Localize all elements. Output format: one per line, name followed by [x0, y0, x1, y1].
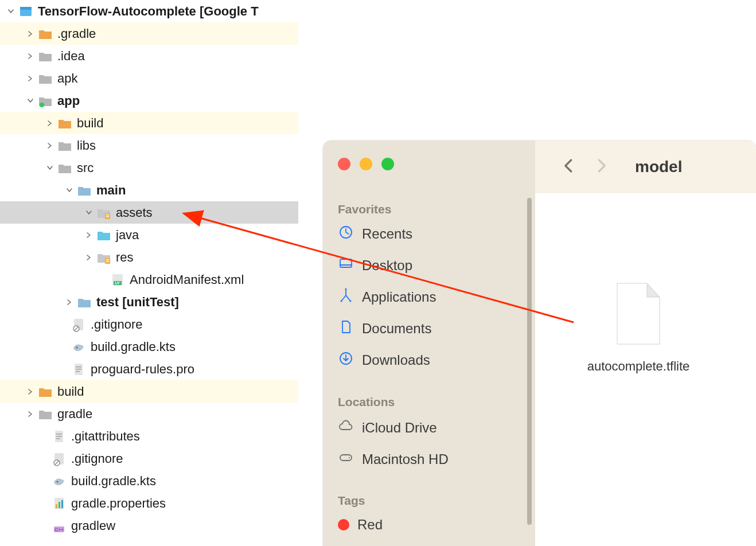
chevron-right-icon[interactable] — [25, 73, 36, 84]
chevron-down-icon[interactable] — [64, 185, 75, 196]
tree-item[interactable]: MFAndroidManifest.xml — [0, 268, 298, 291]
tree-item[interactable]: build — [0, 112, 298, 134]
sidebar-item[interactable]: iCloud Drive — [338, 418, 437, 438]
manifest-icon: MF — [110, 272, 125, 287]
gradle-kts-icon — [71, 340, 86, 354]
tree-item[interactable]: test [unitTest] — [0, 291, 298, 313]
finder-window: Favorites RecentsDesktopApplicationsDocu… — [323, 141, 756, 546]
tree-item[interactable]: proguard-rules.pro — [0, 358, 298, 380]
svg-rect-22 — [56, 436, 62, 436]
tree-item-label: libs — [77, 138, 96, 153]
tree-item[interactable]: build — [0, 380, 298, 403]
chevron-down-icon[interactable] — [45, 163, 55, 173]
tree-item[interactable]: assets — [0, 201, 298, 224]
tree-item-label: build — [57, 384, 84, 399]
tree-item[interactable]: .gitignore — [0, 313, 298, 336]
tree-item-label: main — [96, 183, 126, 198]
folder-blue-icon — [77, 183, 92, 198]
chevron-down-icon[interactable] — [6, 6, 16, 17]
tree-item[interactable]: .gradle — [0, 22, 298, 45]
chevron-right-icon[interactable] — [84, 252, 94, 263]
chevron-right-icon[interactable] — [45, 118, 55, 128]
tree-item[interactable]: build.gradle.kts — [0, 470, 298, 492]
chevron-right-icon[interactable] — [64, 297, 75, 307]
disk-icon — [338, 450, 354, 469]
window-traffic-lights[interactable] — [338, 158, 394, 170]
tree-item-label: .gitignore — [91, 317, 143, 332]
sidebar-item-label: Macintosh HD — [362, 451, 449, 467]
sidebar-item[interactable]: Macintosh HD — [338, 450, 449, 469]
svg-rect-23 — [56, 438, 60, 439]
text-icon — [52, 429, 67, 444]
tree-item[interactable]: main — [0, 179, 298, 201]
chevron-right-icon[interactable] — [84, 230, 94, 240]
tree-item[interactable]: .gitattributes — [0, 425, 298, 447]
chevron-right-icon[interactable] — [25, 387, 36, 397]
tree-item[interactable]: res — [0, 246, 298, 268]
sidebar-item[interactable]: Documents — [338, 319, 431, 338]
tree-item-label: apk — [57, 71, 77, 86]
forward-button[interactable] — [593, 157, 610, 177]
tree-item[interactable]: TensorFlow-Autocomplete [Google T — [0, 0, 298, 22]
chevron-right-icon[interactable] — [25, 51, 36, 61]
tree-item[interactable]: C++gradlew — [0, 514, 298, 537]
tree-item[interactable]: libs — [0, 134, 298, 157]
text-icon — [71, 362, 86, 377]
gradle-props-icon — [52, 496, 67, 511]
chevron-right-icon[interactable] — [25, 29, 36, 39]
sidebar-item[interactable]: Recents — [338, 224, 412, 244]
tree-item[interactable]: build.gradle.kts — [0, 336, 298, 358]
folder-cyan-icon — [96, 228, 111, 243]
chevron-right-icon[interactable] — [45, 141, 55, 151]
svg-rect-5 — [106, 216, 109, 217]
minimize-icon[interactable] — [360, 158, 372, 170]
cloud-icon — [338, 418, 354, 438]
tree-item[interactable]: gradle.properties — [0, 492, 298, 514]
tree-item-label: .gitignore — [71, 451, 123, 466]
tree-item[interactable]: .idea — [0, 45, 298, 67]
tree-item[interactable]: java — [0, 224, 298, 246]
svg-rect-17 — [76, 366, 81, 367]
tag-dot-icon — [338, 519, 349, 531]
tree-item-label: AndroidManifest.xml — [130, 272, 244, 287]
tree-item[interactable]: app — [0, 89, 298, 112]
tree-item-label: test [unitTest] — [96, 295, 179, 310]
module-icon — [18, 4, 33, 19]
tree-item[interactable]: src — [0, 157, 298, 179]
tree-item-label: TensorFlow-Autocomplete [Google T — [38, 4, 259, 19]
finder-title: model — [635, 158, 682, 176]
chevron-down-icon[interactable] — [84, 208, 94, 218]
svg-rect-29 — [56, 504, 57, 508]
tree-item[interactable]: gradle — [0, 403, 298, 425]
tree-item-label: java — [116, 228, 139, 243]
svg-rect-30 — [59, 502, 60, 508]
maximize-icon[interactable] — [381, 158, 394, 170]
folder-gray-icon — [38, 71, 53, 86]
tree-item-label: proguard-rules.pro — [91, 362, 194, 377]
folder-orange-icon — [38, 26, 53, 41]
sidebar-item[interactable]: Desktop — [338, 256, 412, 275]
sidebar-item[interactable]: Downloads — [338, 350, 430, 370]
chevron-right-icon[interactable] — [25, 409, 36, 419]
chevron-down-icon[interactable] — [25, 96, 36, 106]
tree-item-label: assets — [116, 205, 153, 220]
tree-item-label: build — [77, 116, 103, 131]
doc-icon — [338, 319, 354, 338]
scrollbar[interactable] — [527, 198, 532, 525]
folder-green-icon — [38, 93, 53, 108]
sidebar-item[interactable]: Red — [338, 517, 383, 533]
file-item[interactable]: autocomplete.tflite — [575, 282, 702, 375]
tree-item[interactable]: .gitignore — [0, 447, 298, 470]
svg-text:C++: C++ — [54, 527, 63, 532]
svg-point-2 — [40, 103, 44, 107]
close-icon[interactable] — [338, 158, 350, 170]
locations-heading: Locations — [338, 395, 395, 409]
gradle-kts-icon — [52, 474, 67, 489]
sidebar-item-label: Red — [357, 517, 383, 533]
sidebar-item-label: Documents — [362, 321, 431, 337]
tree-item[interactable]: apk — [0, 67, 298, 89]
sidebar-item[interactable]: Applications — [338, 287, 436, 307]
tree-item-label: gradlew — [71, 518, 115, 533]
ide-project-tree: TensorFlow-Autocomplete [Google T.gradle… — [0, 0, 298, 546]
back-button[interactable] — [560, 157, 578, 177]
